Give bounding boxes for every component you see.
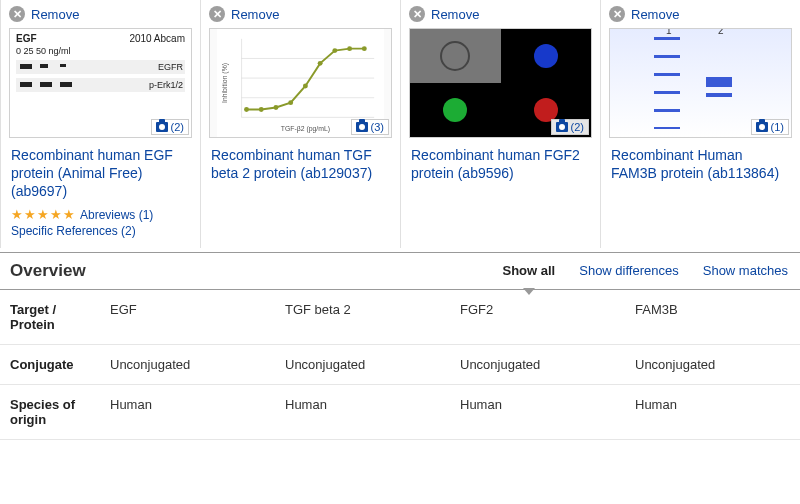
thumb-label: EGF bbox=[16, 33, 37, 44]
product-compare-row: ✕ Remove EGF2010 Abcam 0 25 50 ng/ml EGF… bbox=[0, 0, 800, 248]
attr-value: FGF2 bbox=[450, 290, 625, 345]
attr-value: Unconjugated bbox=[100, 344, 275, 384]
svg-point-18 bbox=[534, 44, 558, 68]
attr-label: Target / Protein bbox=[0, 290, 100, 345]
abreviews-link[interactable]: Abreviews (1) bbox=[80, 208, 153, 222]
band-label: p-Erk1/2 bbox=[149, 80, 183, 90]
compare-column: ✕Remove (2) Recombinant human FGF2 prote… bbox=[400, 0, 600, 248]
attr-value: Human bbox=[450, 384, 625, 439]
product-title-link[interactable]: Recombinant human FGF2 protein (ab9596) bbox=[411, 147, 580, 181]
remove-icon[interactable]: ✕ bbox=[209, 6, 225, 22]
svg-point-6 bbox=[244, 107, 249, 112]
svg-point-11 bbox=[318, 61, 323, 66]
camera-icon bbox=[156, 122, 168, 132]
product-thumbnail[interactable]: TGF-β2 (pg/mL) Inhibition (%) (3) bbox=[209, 28, 392, 138]
photo-count-badge[interactable]: (2) bbox=[551, 119, 589, 135]
thumb-doses: 0 25 50 bbox=[16, 46, 46, 56]
compare-column: ✕ Remove EGF2010 Abcam 0 25 50 ng/ml EGF… bbox=[0, 0, 200, 248]
star-rating: ★★★★★ bbox=[11, 207, 76, 222]
attr-row-target: Target / Protein EGF TGF beta 2 FGF2 FAM… bbox=[0, 290, 800, 345]
overview-title: Overview bbox=[0, 253, 491, 289]
svg-point-19 bbox=[443, 98, 467, 122]
camera-icon bbox=[356, 122, 368, 132]
overview-bar: Overview Show all Show differences Show … bbox=[0, 252, 800, 290]
photo-count-badge[interactable]: (2) bbox=[151, 119, 189, 135]
product-title-link[interactable]: Recombinant human EGF protein (Animal Fr… bbox=[11, 147, 173, 199]
svg-point-7 bbox=[259, 107, 264, 112]
attr-label: Conjugate bbox=[0, 344, 100, 384]
remove-bar: ✕ Remove bbox=[1, 0, 200, 28]
product-title-link[interactable]: Recombinant Human FAM3B protein (ab11386… bbox=[611, 147, 779, 181]
remove-icon[interactable]: ✕ bbox=[609, 6, 625, 22]
svg-point-17 bbox=[441, 42, 469, 70]
tab-show-matches[interactable]: Show matches bbox=[691, 253, 800, 288]
thumb-unit: ng/ml bbox=[49, 46, 71, 56]
attr-value: Human bbox=[100, 384, 275, 439]
product-thumbnail[interactable]: 12 (1) bbox=[609, 28, 792, 138]
remove-link[interactable]: Remove bbox=[431, 7, 479, 22]
svg-point-12 bbox=[332, 48, 337, 53]
attr-value: Human bbox=[275, 384, 450, 439]
remove-link[interactable]: Remove bbox=[631, 7, 679, 22]
attributes-table: Target / Protein EGF TGF beta 2 FGF2 FAM… bbox=[0, 290, 800, 440]
remove-link[interactable]: Remove bbox=[231, 7, 279, 22]
svg-point-8 bbox=[274, 105, 279, 110]
photo-count: (2) bbox=[171, 121, 184, 133]
attr-value: Unconjugated bbox=[625, 344, 800, 384]
remove-icon[interactable]: ✕ bbox=[9, 6, 25, 22]
photo-count: (1) bbox=[771, 121, 784, 133]
reviews-block: ★★★★★Abreviews (1) Specific References (… bbox=[1, 207, 200, 248]
svg-point-14 bbox=[362, 46, 367, 51]
photo-count-badge[interactable]: (1) bbox=[751, 119, 789, 135]
compare-column: ✕Remove 12 (1) Recombinant Human FAM3B p… bbox=[600, 0, 800, 248]
photo-count: (2) bbox=[571, 121, 584, 133]
photo-count: (3) bbox=[371, 121, 384, 133]
attr-row-species: Species of origin Human Human Human Huma… bbox=[0, 384, 800, 439]
attr-value: Human bbox=[625, 384, 800, 439]
tab-show-differences[interactable]: Show differences bbox=[567, 253, 691, 288]
photo-count-badge[interactable]: (3) bbox=[351, 119, 389, 135]
camera-icon bbox=[556, 122, 568, 132]
product-thumbnail[interactable]: (2) bbox=[409, 28, 592, 138]
attr-value: Unconjugated bbox=[450, 344, 625, 384]
remove-link[interactable]: Remove bbox=[31, 7, 79, 22]
specific-references-link[interactable]: Specific References (2) bbox=[11, 224, 190, 238]
attr-value: EGF bbox=[100, 290, 275, 345]
svg-point-13 bbox=[347, 46, 352, 51]
band-label: EGFR bbox=[158, 62, 183, 72]
remove-icon[interactable]: ✕ bbox=[409, 6, 425, 22]
product-title-link[interactable]: Recombinant human TGF beta 2 protein (ab… bbox=[211, 147, 372, 181]
attr-value: TGF beta 2 bbox=[275, 290, 450, 345]
tab-show-all[interactable]: Show all bbox=[491, 253, 568, 288]
camera-icon bbox=[756, 122, 768, 132]
svg-point-10 bbox=[303, 83, 308, 88]
svg-text:TGF-β2 (pg/mL): TGF-β2 (pg/mL) bbox=[281, 125, 330, 133]
svg-point-9 bbox=[288, 100, 293, 105]
compare-column: ✕Remove TGF-β2 (pg/mL) Inhibition (%) (3… bbox=[200, 0, 400, 248]
attr-value: Unconjugated bbox=[275, 344, 450, 384]
svg-text:Inhibition (%): Inhibition (%) bbox=[221, 63, 229, 103]
product-thumbnail[interactable]: EGF2010 Abcam 0 25 50 ng/ml EGFR p-Erk1/… bbox=[9, 28, 192, 138]
attr-row-conjugate: Conjugate Unconjugated Unconjugated Unco… bbox=[0, 344, 800, 384]
attr-label: Species of origin bbox=[0, 384, 100, 439]
attr-value: FAM3B bbox=[625, 290, 800, 345]
thumb-caption: 2010 Abcam bbox=[129, 33, 185, 44]
